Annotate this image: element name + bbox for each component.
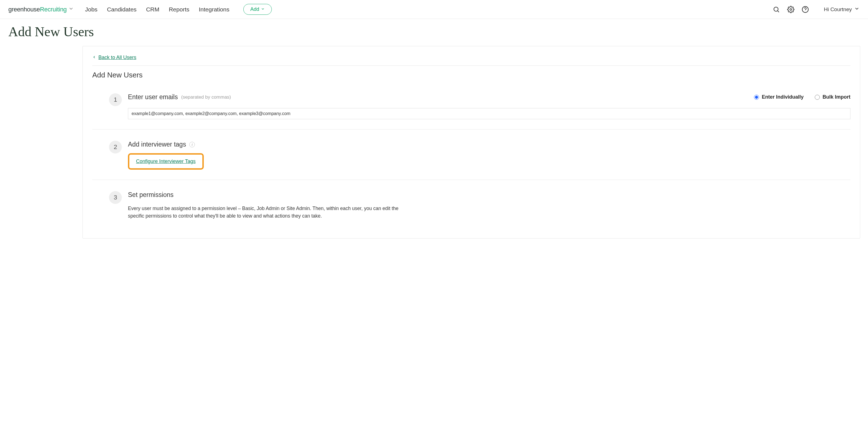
step-number: 2 bbox=[109, 141, 122, 154]
chevron-down-icon bbox=[261, 6, 265, 12]
nav-links: Jobs Candidates CRM Reports Integrations bbox=[85, 6, 229, 13]
input-method-radios: Enter Individually Bulk Import bbox=[754, 94, 850, 100]
back-to-all-users-link[interactable]: Back to All Users bbox=[98, 55, 136, 61]
chevron-down-icon[interactable] bbox=[67, 6, 74, 13]
step-1-hint: (separated by commas) bbox=[181, 94, 231, 100]
radio-enter-individually[interactable]: Enter Individually bbox=[754, 94, 804, 100]
step-3-description: Every user must be assigned to a permiss… bbox=[128, 205, 407, 220]
step-1: 1 Enter user emails (separated by commas… bbox=[92, 82, 850, 130]
logo-text-green: Recruiting bbox=[40, 6, 67, 13]
svg-point-2 bbox=[790, 8, 792, 10]
info-icon[interactable]: i bbox=[189, 142, 195, 148]
add-button-label: Add bbox=[250, 6, 259, 12]
step-1-title: Enter user emails bbox=[128, 93, 178, 101]
logo[interactable]: greenhouse Recruiting bbox=[8, 6, 74, 13]
help-icon[interactable] bbox=[802, 6, 809, 13]
svg-line-1 bbox=[778, 10, 779, 12]
configure-highlight: Configure Interviewer Tags bbox=[128, 153, 204, 170]
radio-bulk-import-input[interactable] bbox=[815, 95, 820, 100]
top-nav: greenhouse Recruiting Jobs Candidates CR… bbox=[0, 0, 868, 19]
nav-reports[interactable]: Reports bbox=[169, 6, 190, 13]
radio-bulk-import-label: Bulk Import bbox=[823, 94, 850, 100]
gear-icon[interactable] bbox=[787, 6, 795, 13]
user-greeting-text: Hi Courtney bbox=[824, 6, 852, 12]
nav-jobs[interactable]: Jobs bbox=[85, 6, 97, 13]
search-icon[interactable] bbox=[773, 6, 780, 13]
svg-point-0 bbox=[774, 7, 778, 11]
radio-enter-individually-label: Enter Individually bbox=[762, 94, 804, 100]
add-button[interactable]: Add bbox=[243, 4, 272, 15]
chevron-down-icon bbox=[854, 6, 860, 13]
chevron-left-icon bbox=[92, 55, 96, 60]
step-2: 2 Add interviewer tags i Configure Inter… bbox=[92, 130, 850, 180]
step-number: 1 bbox=[109, 93, 122, 106]
step-number: 3 bbox=[109, 191, 122, 204]
panel-heading: Add New Users bbox=[92, 66, 850, 82]
nav-candidates[interactable]: Candidates bbox=[107, 6, 136, 13]
main-panel: Back to All Users Add New Users 1 Enter … bbox=[83, 46, 860, 238]
radio-enter-individually-input[interactable] bbox=[754, 95, 759, 100]
step-3-title: Set permissions bbox=[128, 191, 174, 199]
user-menu[interactable]: Hi Courtney bbox=[824, 6, 860, 13]
radio-bulk-import[interactable]: Bulk Import bbox=[815, 94, 850, 100]
page-title: Add New Users bbox=[0, 19, 868, 46]
step-3: 3 Set permissions Every user must be ass… bbox=[92, 180, 850, 230]
logo-text-dark: greenhouse bbox=[8, 6, 40, 13]
configure-interviewer-tags-link[interactable]: Configure Interviewer Tags bbox=[136, 159, 196, 164]
nav-integrations[interactable]: Integrations bbox=[199, 6, 229, 13]
back-link-row: Back to All Users bbox=[92, 55, 850, 66]
user-emails-input[interactable] bbox=[128, 108, 850, 119]
step-2-title: Add interviewer tags bbox=[128, 141, 186, 148]
nav-icons: Hi Courtney bbox=[773, 6, 860, 13]
nav-crm[interactable]: CRM bbox=[146, 6, 159, 13]
